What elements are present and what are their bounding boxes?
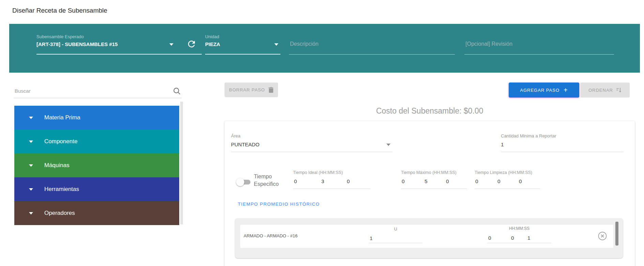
category-label: Componente	[44, 138, 77, 145]
plus-icon: +	[564, 86, 568, 94]
revision-input[interactable]: [Opcional] Revisión	[465, 41, 512, 47]
resource-name: ARMADO - ARMADO - #16	[244, 233, 297, 238]
chevron-down-icon[interactable]	[169, 43, 173, 46]
max-time-mm-input[interactable]: 5	[425, 178, 427, 184]
step-resources-container: ARMADO - ARMADO - #16 U 1 HH:MM:SS 0 0 1	[235, 218, 623, 258]
description-input[interactable]: Descripción	[290, 41, 319, 47]
sidebar-item-herramientas[interactable]: Herramientas	[14, 177, 179, 201]
chevron-down-icon	[29, 188, 33, 191]
description-underline	[289, 54, 455, 55]
historical-average-time-link[interactable]: TIEMPO PROMEDIO HISTÓRICO	[238, 202, 320, 207]
resource-time-mm-input[interactable]: 0	[511, 235, 514, 241]
max-time-label: Tiempo Máximo (HH:MM:SS)	[401, 170, 457, 175]
max-time-underline	[401, 189, 467, 189]
step-card: Área PUNTEADO Cantidad Minima a Reportar…	[225, 121, 635, 266]
sidebar-item-materia-prima[interactable]: Materia Prima	[14, 106, 179, 130]
resource-row: ARMADO - ARMADO - #16 U 1 HH:MM:SS 0 0 1	[240, 225, 613, 248]
sidebar-item-operadores[interactable]: Operadores	[14, 201, 179, 225]
trash-icon	[269, 87, 274, 93]
cleaning-time-ss-input[interactable]: 0	[519, 178, 522, 184]
ideal-time-ss-input[interactable]: 0	[347, 178, 350, 184]
area-label: Área	[231, 133, 240, 138]
toggle-knob	[236, 178, 244, 186]
remove-resource-icon[interactable]	[598, 232, 607, 240]
min-quantity-label: Cantidad Minima a Reportar	[501, 133, 556, 138]
resource-units-underline	[369, 243, 423, 243]
max-time-group: Tiempo Máximo (HH:MM:SS) 0 5 0	[401, 170, 467, 189]
chevron-down-icon	[29, 164, 33, 167]
recipe-header-bar: Subensamble Esperado [ART-378] - SUBENSA…	[9, 24, 640, 73]
delete-step-label: BORRAR PASO	[229, 87, 265, 92]
unit-select[interactable]: PIEZA	[205, 41, 220, 47]
add-step-button[interactable]: AGREGAR PASO +	[509, 83, 579, 98]
cleaning-time-label: Tiempo Limpieza (HH:MM:SS)	[475, 170, 532, 175]
search-underline	[14, 98, 182, 98]
cleaning-time-underline	[475, 189, 540, 189]
resource-time-underline	[487, 243, 551, 243]
page-title: Diseñar Receta de Subensamble	[12, 7, 107, 14]
order-button[interactable]: ORDENAR	[580, 83, 630, 98]
chevron-down-icon	[29, 141, 33, 143]
sidebar-item-componente[interactable]: Componente	[14, 130, 179, 153]
sidebar-scrollbar[interactable]	[180, 102, 183, 224]
ideal-time-group: Tiempo Ideal (HH:MM:SS) 0 3 0	[293, 170, 370, 189]
subassembly-cost-text: Costo del Subensamble: $0.00	[225, 106, 635, 116]
subassembly-underline	[36, 54, 202, 55]
min-quantity-input[interactable]: 1	[501, 142, 504, 147]
chevron-down-icon[interactable]	[386, 144, 390, 146]
expected-subassembly-label: Subensamble Esperado	[36, 34, 84, 39]
area-underline	[231, 152, 393, 152]
category-label: Máquinas	[44, 162, 70, 169]
resources-scrollbar[interactable]	[615, 222, 618, 246]
refresh-icon[interactable]	[186, 39, 197, 49]
revision-underline	[464, 54, 614, 55]
unit-underline	[205, 54, 280, 55]
sidebar-item-maquinas[interactable]: Máquinas	[14, 153, 179, 177]
sort-icon	[616, 87, 622, 93]
specific-time-label-line1: Tiempo	[254, 173, 279, 180]
resource-time-hh-input[interactable]: 0	[488, 235, 491, 241]
chevron-down-icon	[29, 117, 33, 119]
order-label: ORDENAR	[588, 88, 613, 93]
chevron-down-icon	[29, 212, 33, 215]
ideal-time-mm-input[interactable]: 3	[321, 178, 324, 184]
cleaning-time-mm-input[interactable]: 0	[497, 178, 500, 184]
expected-subassembly-select[interactable]: [ART-378] - SUBENSAMBLES #15	[36, 41, 118, 47]
specific-time-label-line2: Especifico	[254, 180, 279, 188]
specific-time-label: Tiempo Especifico	[254, 173, 279, 188]
delete-step-button[interactable]: BORRAR PASO	[225, 83, 278, 97]
resource-time-ss-input[interactable]: 1	[527, 235, 530, 241]
design-subassembly-recipe-page: Diseñar Receta de Subensamble Subensambl…	[0, 0, 644, 266]
category-label: Materia Prima	[44, 114, 80, 121]
ideal-time-underline	[293, 189, 370, 189]
category-label: Operadores	[44, 210, 75, 217]
search-input[interactable]: Buscar	[15, 88, 31, 94]
min-quantity-underline	[501, 152, 624, 152]
add-step-label: AGREGAR PASO	[520, 88, 559, 93]
resource-units-label: U	[369, 227, 423, 232]
ideal-time-label: Tiempo Ideal (HH:MM:SS)	[293, 170, 343, 175]
cleaning-time-hh-input[interactable]: 0	[475, 178, 478, 184]
ideal-time-hh-input[interactable]: 0	[294, 178, 297, 184]
resource-time-label: HH:MM:SS	[487, 226, 551, 231]
category-label: Herramientas	[44, 186, 79, 193]
search-icon[interactable]	[172, 87, 181, 95]
unit-label: Unidad	[205, 34, 219, 39]
cleaning-time-group: Tiempo Limpieza (HH:MM:SS) 0 0 0	[475, 170, 540, 189]
max-time-ss-input[interactable]: 0	[446, 178, 449, 184]
specific-time-toggle[interactable]	[236, 178, 252, 187]
chevron-down-icon[interactable]	[274, 43, 278, 46]
resource-units-input[interactable]: 1	[370, 235, 372, 241]
max-time-hh-input[interactable]: 0	[402, 178, 404, 184]
area-select[interactable]: PUNTEADO	[231, 142, 259, 147]
